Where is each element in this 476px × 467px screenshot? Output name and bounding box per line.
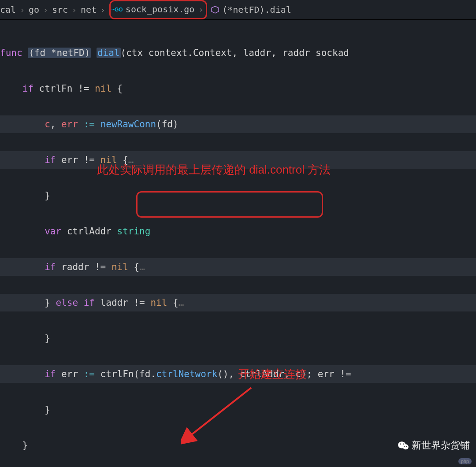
brace: } <box>22 440 28 451</box>
assign-op: := <box>78 119 100 130</box>
func-name: dial <box>97 48 121 58</box>
svg-point-7 <box>406 446 407 447</box>
svg-point-3 <box>403 444 409 449</box>
keyword-else: else <box>56 297 78 308</box>
var-err: err <box>61 119 78 130</box>
keyword-if: if <box>45 262 56 272</box>
keyword-if: if <box>45 369 56 379</box>
svg-point-5 <box>403 443 404 445</box>
breadcrumb-sep-icon: › <box>100 5 105 15</box>
brace: { <box>117 155 128 165</box>
assign-op: := <box>84 369 95 379</box>
watermark-text: 新世界杂货铺 <box>412 439 470 452</box>
brace: { <box>167 297 178 308</box>
wechat-icon <box>398 441 409 450</box>
func-signature: (ctx context.Context, laddr, raddr socka… <box>121 48 349 58</box>
code-text: ctrlFn != <box>33 83 95 94</box>
var-c: c <box>45 119 50 130</box>
keyword-if: if <box>78 297 95 308</box>
code-text: raddr != <box>56 262 111 272</box>
nil-literal: nil <box>150 297 167 308</box>
svg-point-4 <box>400 443 401 445</box>
nil-literal: nil <box>112 262 128 272</box>
code-text: ctrlAddr, c); err != <box>234 369 351 379</box>
crumb-net[interactable]: net <box>81 4 97 15</box>
crumb-src[interactable]: src <box>52 4 68 15</box>
func-receiver: (fd *netFD) <box>28 48 91 58</box>
breadcrumb-sep-icon: › <box>20 5 25 15</box>
code-text: laddr != <box>95 297 150 308</box>
var-err: err <box>56 369 83 379</box>
keyword-if: if <box>45 155 56 165</box>
fold-icon[interactable]: … <box>178 297 184 308</box>
breadcrumb-sep-icon: › <box>198 5 203 14</box>
keyword-var: var <box>45 226 61 237</box>
args: (), <box>217 369 234 379</box>
breadcrumb: cal › go › src › net › ~GO sock_posix.go… <box>0 0 476 20</box>
breadcrumb-sep-icon: › <box>72 5 77 15</box>
crumb-symbol[interactable]: (*netFD).dial <box>222 4 291 15</box>
crumb-root[interactable]: cal <box>0 4 16 15</box>
watermark: 新世界杂货铺 <box>398 439 470 452</box>
brace: } <box>45 190 50 201</box>
method-icon <box>211 5 219 14</box>
code-text: err != <box>56 155 100 165</box>
svg-point-6 <box>404 446 405 447</box>
breadcrumb-sep-icon: › <box>43 5 48 15</box>
keyword-if: if <box>22 83 33 94</box>
fold-icon[interactable]: … <box>128 155 134 165</box>
var-name: ctrlAddr <box>61 226 117 237</box>
brace: { <box>112 83 123 94</box>
svg-text:~GO: ~GO <box>112 7 123 13</box>
go-file-icon: ~GO <box>112 6 123 13</box>
brace: } <box>45 404 50 415</box>
fold-icon[interactable]: … <box>139 262 145 272</box>
args: (fd) <box>156 119 178 130</box>
crumb-go[interactable]: go <box>29 4 39 15</box>
args: (fd. <box>134 369 156 379</box>
brace: } <box>45 333 50 344</box>
call-newRawConn: newRawConn <box>100 119 156 130</box>
crumb-file[interactable]: sock_posix.go <box>126 4 195 15</box>
php-badge: php <box>458 458 472 464</box>
call-ctrlNetwork: ctrlNetwork <box>156 369 217 379</box>
brace: } <box>45 297 56 308</box>
code-editor[interactable]: func (fd *netFD) dial(ctx context.Contex… <box>0 20 476 467</box>
keyword-func: func <box>0 48 22 58</box>
nil-literal: nil <box>100 155 117 165</box>
type-string: string <box>117 226 151 237</box>
nil-literal: nil <box>95 83 112 94</box>
brace: { <box>128 262 139 272</box>
call-ctrlFn: ctrlFn <box>95 369 134 379</box>
annotation-box-breadcrumb: ~GO sock_posix.go › <box>109 0 207 19</box>
